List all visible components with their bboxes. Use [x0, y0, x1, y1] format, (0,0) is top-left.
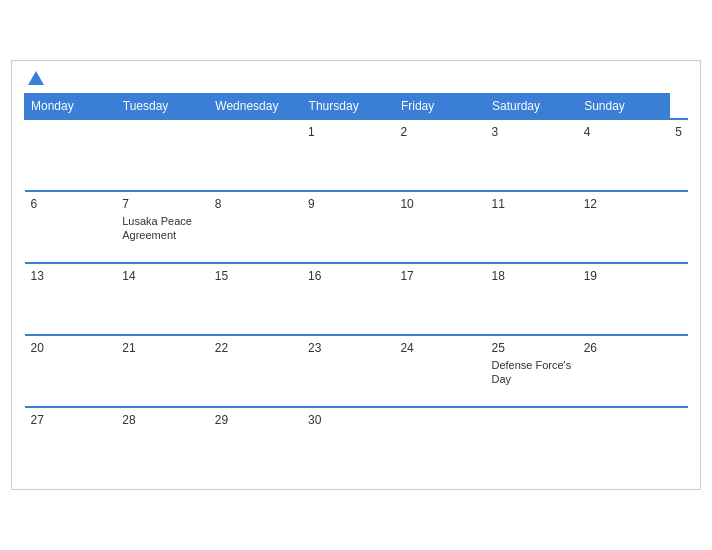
calendar-cell: 11 — [485, 191, 577, 263]
date-number: 25 — [491, 341, 571, 355]
calendar-header — [24, 71, 688, 85]
weekday-header-row: MondayTuesdayWednesdayThursdayFridaySatu… — [25, 94, 689, 120]
date-number: 17 — [400, 269, 479, 283]
date-number: 24 — [400, 341, 479, 355]
event-text: Defense Force's Day — [491, 359, 571, 385]
calendar-cell: 16 — [302, 263, 394, 335]
date-number: 20 — [31, 341, 111, 355]
weekday-header-saturday: Saturday — [485, 94, 577, 120]
calendar-cell: 4 — [578, 119, 670, 191]
date-number: 18 — [491, 269, 571, 283]
date-number: 8 — [215, 197, 296, 211]
calendar-cell: 25Defense Force's Day — [485, 335, 577, 407]
calendar-cell: 7Lusaka Peace Agreement — [116, 191, 209, 263]
date-number: 1 — [308, 125, 388, 139]
calendar-cell: 17 — [394, 263, 485, 335]
date-number: 7 — [122, 197, 203, 211]
date-number: 15 — [215, 269, 296, 283]
calendar-cell: 8 — [209, 191, 302, 263]
date-number: 26 — [584, 341, 664, 355]
calendar-cell: 5 — [669, 119, 688, 191]
date-number: 12 — [584, 197, 664, 211]
date-number: 23 — [308, 341, 388, 355]
calendar-cell: 15 — [209, 263, 302, 335]
calendar-cell: 21 — [116, 335, 209, 407]
calendar-week-row: 12345 — [25, 119, 689, 191]
calendar-grid: MondayTuesdayWednesdayThursdayFridaySatu… — [24, 93, 688, 479]
logo-triangle-icon — [28, 71, 44, 85]
date-number: 30 — [308, 413, 388, 427]
date-number: 6 — [31, 197, 111, 211]
date-number: 5 — [675, 125, 682, 139]
calendar-cell: 1 — [302, 119, 394, 191]
calendar-cell: 20 — [25, 335, 117, 407]
date-number: 21 — [122, 341, 203, 355]
calendar-cell: 22 — [209, 335, 302, 407]
date-number: 11 — [491, 197, 571, 211]
calendar-cell: 13 — [25, 263, 117, 335]
date-number: 4 — [584, 125, 664, 139]
calendar-cell — [116, 119, 209, 191]
calendar-week-row: 67Lusaka Peace Agreement89101112 — [25, 191, 689, 263]
date-number: 14 — [122, 269, 203, 283]
calendar-cell: 18 — [485, 263, 577, 335]
date-number: 27 — [31, 413, 111, 427]
calendar-cell: 28 — [116, 407, 209, 479]
calendar-cell — [394, 407, 485, 479]
date-number: 2 — [400, 125, 479, 139]
date-number: 22 — [215, 341, 296, 355]
calendar-cell: 30 — [302, 407, 394, 479]
date-number: 16 — [308, 269, 388, 283]
event-text: Lusaka Peace Agreement — [122, 215, 192, 241]
date-number: 29 — [215, 413, 296, 427]
weekday-header-wednesday: Wednesday — [209, 94, 302, 120]
weekday-header-friday: Friday — [394, 94, 485, 120]
calendar-week-row: 27282930 — [25, 407, 689, 479]
calendar-cell: 19 — [578, 263, 670, 335]
calendar-cell: 23 — [302, 335, 394, 407]
calendar-cell: 14 — [116, 263, 209, 335]
calendar-container: MondayTuesdayWednesdayThursdayFridaySatu… — [11, 60, 701, 490]
date-number: 10 — [400, 197, 479, 211]
date-number: 3 — [491, 125, 571, 139]
calendar-cell: 29 — [209, 407, 302, 479]
calendar-cell: 6 — [25, 191, 117, 263]
calendar-cell: 12 — [578, 191, 670, 263]
calendar-cell — [25, 119, 117, 191]
date-number: 19 — [584, 269, 664, 283]
date-number: 28 — [122, 413, 203, 427]
calendar-cell — [578, 407, 670, 479]
calendar-cell: 2 — [394, 119, 485, 191]
calendar-cell: 26 — [578, 335, 670, 407]
logo — [24, 71, 44, 85]
calendar-cell: 10 — [394, 191, 485, 263]
weekday-header-tuesday: Tuesday — [116, 94, 209, 120]
weekday-header-thursday: Thursday — [302, 94, 394, 120]
calendar-week-row: 13141516171819 — [25, 263, 689, 335]
calendar-week-row: 202122232425Defense Force's Day26 — [25, 335, 689, 407]
calendar-cell — [209, 119, 302, 191]
weekday-header-sunday: Sunday — [578, 94, 670, 120]
calendar-cell: 9 — [302, 191, 394, 263]
calendar-cell — [485, 407, 577, 479]
calendar-cell: 24 — [394, 335, 485, 407]
calendar-cell: 3 — [485, 119, 577, 191]
calendar-cell: 27 — [25, 407, 117, 479]
weekday-header-monday: Monday — [25, 94, 117, 120]
date-number: 13 — [31, 269, 111, 283]
date-number: 9 — [308, 197, 388, 211]
